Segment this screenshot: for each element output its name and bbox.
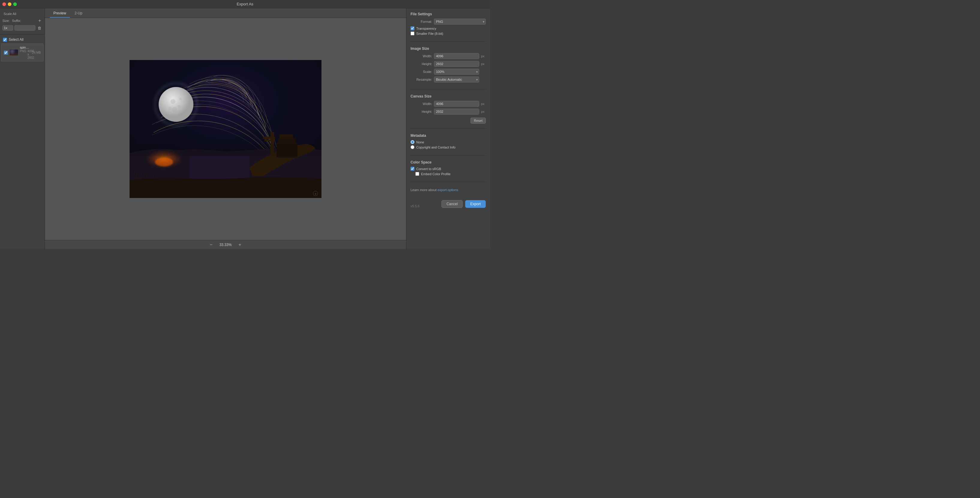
svg-rect-14 — [264, 139, 275, 141]
canvas-height-input[interactable]: 2932 — [434, 109, 479, 115]
scale-select[interactable]: 1x 2x 3x 0.5x — [2, 25, 13, 30]
convert-srgb-row: Convert to sRGB — [410, 167, 486, 171]
format-select[interactable]: PNG JPEG GIF SVG WEBP — [434, 19, 486, 25]
metadata-none-label: None — [416, 140, 424, 144]
canvas-size-section: Canvas Size Width: 4096 px Height: 2932 … — [410, 94, 486, 124]
svg-rect-17 — [280, 134, 293, 139]
smaller-file-label: Smaller File (8-bit) — [416, 32, 443, 35]
scale-all-label: Scale All — [0, 11, 45, 18]
svg-point-4 — [168, 107, 172, 110]
delete-scale-button[interactable]: 🗑 — [37, 26, 42, 30]
suffix-label: Suffix: — [12, 19, 24, 22]
metadata-none-radio[interactable] — [410, 140, 414, 144]
reset-button[interactable]: Reset — [471, 118, 486, 124]
select-all-row[interactable]: Select All — [0, 36, 45, 43]
canvas-width-px: px — [481, 102, 486, 105]
file-settings-title: File Settings — [410, 12, 486, 16]
separator-3 — [410, 128, 486, 129]
divider-1 — [0, 34, 45, 35]
smaller-file-checkbox[interactable] — [410, 32, 414, 35]
file-item[interactable]: spinning galaxy PNG 4096 x 2932 24 MB — [1, 43, 43, 62]
size-label: Size: — [2, 19, 11, 22]
window-controls[interactable] — [2, 2, 17, 6]
cancel-button[interactable]: Cancel — [441, 200, 463, 208]
add-size-button[interactable]: + — [37, 18, 42, 23]
moon — [159, 87, 193, 122]
tab-2up[interactable]: 2-Up — [71, 9, 86, 18]
canvas-width-input[interactable]: 4096 — [434, 101, 479, 107]
title-bar: Export As — [0, 0, 490, 8]
separator-5 — [410, 182, 486, 182]
svg-point-6 — [172, 107, 177, 112]
canvas-size-title: Canvas Size — [410, 94, 486, 98]
file-settings-section: File Settings Format: PNG JPEG GIF SVG W… — [410, 12, 486, 37]
image-scale-select[interactable]: 100% 50% 200% 75% — [434, 69, 479, 75]
file-checkbox[interactable] — [4, 51, 8, 54]
metadata-copyright-label: Copyright and Contact Info — [416, 145, 455, 149]
canvas-width-label: Width: — [410, 102, 432, 105]
file-size: 24 MB — [32, 51, 41, 54]
select-all-label: Select All — [9, 37, 23, 42]
convert-srgb-checkbox[interactable] — [410, 167, 414, 171]
svg-rect-13 — [263, 137, 275, 139]
zoom-in-button[interactable]: + — [237, 241, 243, 248]
preview-tabs: Preview 2-Up — [45, 8, 406, 18]
embed-color-profile-checkbox[interactable] — [415, 172, 419, 176]
version-label: v5.5.6 — [410, 202, 420, 208]
canvas-width-row: Width: 4096 px — [410, 101, 486, 107]
file-thumbnail — [10, 49, 18, 56]
file-format: PNG — [20, 49, 26, 59]
resample-select[interactable]: Bicubic Automatic Bicubic Bilinear Neare… — [434, 77, 479, 83]
file-meta: PNG 4096 x 2932 — [20, 49, 30, 59]
image-size-section: Image Size Width: 4096 px Height: 2932 p… — [410, 46, 486, 84]
export-options-link[interactable]: export options — [438, 188, 458, 192]
size-suffix-row: Size: Suffix: + — [0, 18, 45, 25]
preview-canvas: ⊕ — [45, 18, 406, 240]
width-input[interactable]: 4096 — [434, 53, 479, 59]
width-label: Width: — [410, 54, 432, 58]
transparency-row: Transparency — [410, 26, 486, 30]
metadata-title: Metadata — [410, 134, 486, 138]
canvas-height-label: Height: — [410, 110, 432, 113]
right-panel: File Settings Format: PNG JPEG GIF SVG W… — [406, 8, 490, 249]
svg-point-5 — [179, 98, 182, 100]
transparency-checkbox[interactable] — [410, 26, 414, 30]
separator-2 — [410, 89, 486, 89]
width-row: Width: 4096 px — [410, 53, 486, 59]
thumbnail-inner — [10, 49, 18, 56]
separator-4 — [410, 155, 486, 155]
minimize-button[interactable] — [8, 2, 11, 6]
window-title: Export As — [237, 2, 253, 6]
zoom-out-button[interactable]: − — [208, 241, 215, 248]
format-row: Format: PNG JPEG GIF SVG WEBP — [410, 19, 486, 25]
scale-row: Scale: 100% 50% 200% 75% — [410, 69, 486, 75]
select-all-checkbox[interactable] — [3, 38, 7, 42]
tab-preview[interactable]: Preview — [50, 9, 70, 18]
metadata-copyright-row: Copyright and Contact Info — [410, 145, 486, 149]
scale-input-row: 1x 2x 3x 0.5x 🗑 — [0, 25, 45, 33]
resample-select-wrapper: Bicubic Automatic Bicubic Bilinear Neare… — [434, 77, 479, 83]
format-label: Format: — [410, 20, 432, 23]
embed-color-profile-row: Embed Color Profile — [415, 172, 486, 176]
canvas-height-row: Height: 2932 px — [410, 109, 486, 115]
metadata-copyright-radio[interactable] — [410, 145, 414, 149]
transparency-label: Transparency — [416, 27, 436, 30]
file-name: spinning galaxy — [20, 46, 30, 49]
close-button[interactable] — [2, 2, 6, 6]
file-info: spinning galaxy PNG 4096 x 2932 — [20, 46, 30, 59]
export-button[interactable]: Export — [465, 200, 486, 208]
scale-select-wrapper: 100% 50% 200% 75% — [434, 69, 479, 75]
maximize-button[interactable] — [13, 2, 17, 6]
height-px-label: px — [481, 62, 486, 66]
height-input[interactable]: 2932 — [434, 61, 479, 67]
height-label: Height: — [410, 62, 432, 66]
svg-text:⊕: ⊕ — [315, 193, 317, 195]
sidebar: Scale All Size: Suffix: + 1x 2x 3x 0.5x … — [0, 8, 45, 249]
preview-image: ⊕ — [130, 60, 321, 198]
svg-point-3 — [178, 105, 181, 108]
preview-area: Preview 2-Up — [45, 8, 406, 249]
metadata-none-row: None — [410, 140, 486, 144]
image-size-title: Image Size — [410, 46, 486, 51]
suffix-input[interactable] — [14, 25, 35, 30]
canvas-height-px: px — [481, 110, 486, 113]
